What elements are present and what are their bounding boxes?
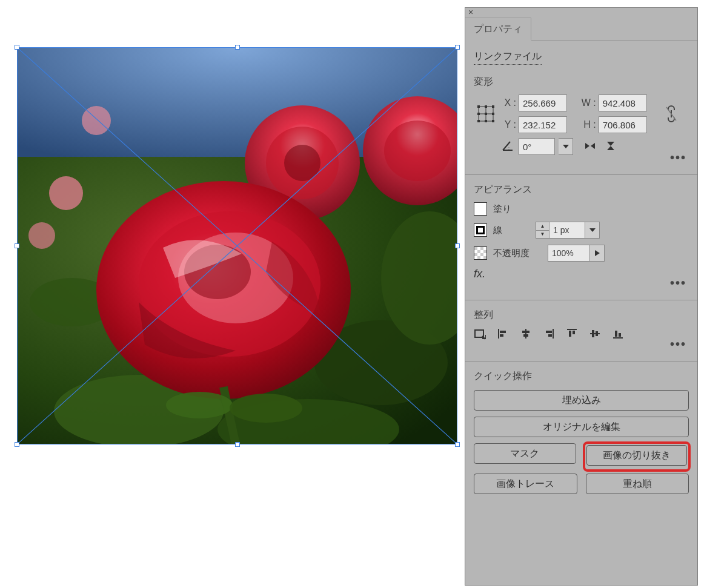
w-input[interactable] bbox=[599, 94, 647, 111]
image-trace-button[interactable]: 画像トレース bbox=[474, 474, 577, 494]
opacity-value[interactable]: 100% bbox=[548, 245, 590, 262]
svg-rect-31 bbox=[492, 113, 494, 115]
svg-rect-29 bbox=[477, 113, 480, 115]
crop-image-highlight: 画像の切り抜き bbox=[583, 441, 691, 472]
arrange-button[interactable]: 重ね順 bbox=[586, 474, 689, 494]
svg-point-9 bbox=[82, 106, 111, 135]
w-label: W : bbox=[582, 97, 596, 108]
properties-panel: × プロパティ リンクファイル 変形 X bbox=[465, 7, 698, 586]
svg-rect-30 bbox=[485, 113, 487, 115]
svg-rect-43 bbox=[522, 331, 529, 333]
fill-swatch[interactable] bbox=[474, 202, 487, 216]
crop-image-button[interactable]: 画像の切り抜き bbox=[586, 445, 688, 466]
panel-tabs: プロパティ bbox=[465, 18, 697, 41]
align-title: 整列 bbox=[474, 309, 689, 322]
svg-rect-44 bbox=[523, 334, 528, 337]
appearance-title: アピアランス bbox=[474, 183, 689, 196]
svg-rect-54 bbox=[613, 337, 623, 339]
opacity-expand-icon[interactable] bbox=[590, 245, 605, 262]
handle-mid-left[interactable] bbox=[15, 243, 19, 248]
embed-button[interactable]: 埋め込み bbox=[474, 390, 689, 411]
svg-point-12 bbox=[284, 145, 320, 181]
svg-rect-45 bbox=[553, 329, 554, 339]
opacity-swatch[interactable] bbox=[474, 246, 487, 260]
handle-bottom-right[interactable] bbox=[455, 442, 460, 447]
angle-dropdown-icon[interactable] bbox=[559, 138, 573, 155]
quick-actions-title: クイック操作 bbox=[474, 370, 689, 383]
stroke-width-dropdown-icon[interactable] bbox=[585, 222, 600, 239]
svg-rect-46 bbox=[546, 331, 552, 333]
opacity-stepper[interactable]: 100% bbox=[548, 245, 605, 262]
stroke-swatch[interactable] bbox=[474, 223, 487, 237]
handle-mid-right[interactable] bbox=[455, 243, 460, 248]
svg-rect-28 bbox=[492, 105, 494, 108]
handle-bottom-mid[interactable] bbox=[235, 442, 240, 447]
mask-button[interactable]: マスク bbox=[474, 443, 576, 464]
handle-bottom-left[interactable] bbox=[15, 442, 19, 447]
svg-rect-32 bbox=[477, 120, 480, 122]
svg-rect-49 bbox=[569, 331, 571, 337]
reference-point-icon[interactable] bbox=[474, 105, 498, 122]
svg-rect-53 bbox=[596, 331, 598, 336]
section-transform: 変形 X : W : Y bbox=[474, 76, 689, 164]
tab-properties[interactable]: プロパティ bbox=[465, 18, 531, 41]
section-align: 整列 ••• bbox=[474, 309, 689, 350]
section-quick-actions: クイック操作 埋め込み オリジナルを編集 マスク 画像の切り抜き 画像トレース … bbox=[474, 370, 689, 500]
align-top-icon[interactable] bbox=[566, 328, 578, 342]
x-label: X : bbox=[502, 97, 516, 108]
handle-top-right[interactable] bbox=[455, 45, 460, 50]
section-appearance: アピアランス 塗り 線 ▲▼ 1 px 不透明度 100% bbox=[474, 183, 689, 289]
svg-point-20 bbox=[230, 394, 302, 423]
svg-text::: : bbox=[508, 146, 510, 150]
h-label: H : bbox=[582, 119, 596, 130]
flip-vertical-icon[interactable] bbox=[605, 140, 617, 153]
svg-rect-41 bbox=[500, 334, 503, 337]
svg-rect-40 bbox=[500, 331, 506, 333]
align-to-icon[interactable] bbox=[474, 328, 486, 342]
transform-title: 変形 bbox=[474, 76, 689, 88]
svg-rect-56 bbox=[619, 333, 621, 337]
svg-rect-33 bbox=[485, 120, 487, 122]
flip-horizontal-icon[interactable] bbox=[584, 140, 596, 153]
svg-rect-42 bbox=[525, 329, 526, 339]
svg-rect-51 bbox=[590, 333, 600, 334]
svg-rect-48 bbox=[567, 329, 577, 330]
constrain-proportions-icon[interactable] bbox=[665, 105, 689, 122]
more-options-icon[interactable]: ••• bbox=[670, 337, 686, 351]
link-file-label[interactable]: リンクファイル bbox=[474, 50, 542, 65]
svg-rect-26 bbox=[477, 105, 480, 108]
stroke-width-value[interactable]: 1 px bbox=[549, 222, 585, 239]
stroke-width-stepper[interactable]: ▲▼ 1 px bbox=[536, 222, 600, 239]
stroke-label: 線 bbox=[493, 225, 529, 236]
svg-rect-27 bbox=[485, 105, 487, 108]
align-bottom-icon[interactable] bbox=[612, 328, 624, 342]
svg-rect-50 bbox=[573, 331, 575, 334]
more-options-icon[interactable]: ••• bbox=[670, 151, 686, 165]
align-right-icon[interactable] bbox=[543, 328, 555, 342]
align-left-icon[interactable] bbox=[497, 328, 509, 342]
edit-original-button[interactable]: オリジナルを編集 bbox=[474, 417, 689, 437]
y-input[interactable] bbox=[519, 116, 567, 133]
svg-rect-52 bbox=[592, 330, 594, 337]
handle-top-mid[interactable] bbox=[235, 45, 240, 50]
svg-point-14 bbox=[384, 121, 451, 181]
rose-photo-placeholder bbox=[18, 48, 457, 444]
canvas-selected-image[interactable] bbox=[18, 48, 457, 444]
fx-icon[interactable]: fx. bbox=[474, 268, 689, 280]
align-center-v-icon[interactable] bbox=[589, 328, 601, 342]
x-input[interactable] bbox=[519, 94, 567, 111]
handle-top-left[interactable] bbox=[15, 45, 19, 50]
svg-rect-34 bbox=[492, 120, 494, 122]
close-icon[interactable]: × bbox=[465, 8, 474, 16]
svg-point-19 bbox=[166, 392, 233, 418]
angle-input[interactable]: 0° bbox=[519, 138, 555, 155]
h-input[interactable] bbox=[599, 116, 647, 133]
y-label: Y : bbox=[502, 119, 516, 130]
svg-rect-39 bbox=[498, 329, 499, 339]
placed-image[interactable] bbox=[18, 48, 457, 444]
angle-icon: : bbox=[502, 140, 515, 153]
more-options-icon[interactable]: ••• bbox=[670, 276, 686, 290]
svg-point-8 bbox=[28, 222, 55, 249]
align-center-h-icon[interactable] bbox=[520, 328, 532, 342]
opacity-label: 不透明度 bbox=[493, 248, 542, 259]
